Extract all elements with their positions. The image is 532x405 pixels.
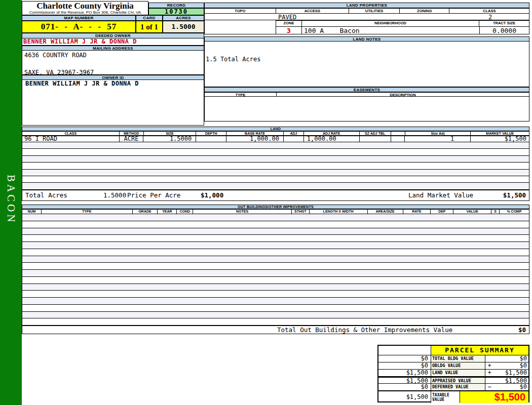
land-notes-title: LAND NOTES	[204, 36, 529, 42]
ob-col-type: TYPE	[42, 210, 133, 214]
acres-value: 1.5000	[163, 21, 204, 33]
ps-row-deferred: $0 DEFERRED VALUE − $0	[378, 384, 528, 391]
land-col-blank	[391, 132, 405, 135]
map-number-value[interactable]: 071- - A- - - 57	[22, 21, 136, 33]
land-properties-values: PAVED 2	[204, 13, 529, 20]
land-size-adj-value: 1	[405, 136, 471, 142]
land-empty-rows	[22, 142, 529, 190]
ps-label-land: LAND VALUE	[431, 370, 485, 376]
ob-col-year: YEAR	[158, 210, 177, 214]
col-class: CLASS	[449, 9, 529, 13]
out-building-empty-row	[22, 298, 529, 305]
card-label: CARD	[136, 15, 163, 21]
land-table-header: CLASS METHOD SIZE DEPTH BASE RATE ADJ AD…	[22, 131, 529, 136]
ps-left-appraised: $1,500	[378, 378, 431, 383]
neighborhood-label: NEIGHBORHOOD	[302, 21, 479, 26]
land-empty-row	[22, 170, 529, 176]
ob-col-grade: GRADE	[133, 210, 158, 214]
ob-col-notes: NOTES	[193, 210, 292, 214]
parcel-summary: PARCEL SUMMARY $0 TOTAL BLDG VALUE $0 $0…	[377, 345, 529, 402]
land-table-row[interactable]: 96 I ROAD ACRE 1.5000 1,000.00 1,000.00 …	[22, 136, 529, 142]
ob-col-length-width: LENGTH X WIDTH	[310, 210, 368, 214]
ps-label-deferred: DEFERRED VALUE	[431, 384, 485, 390]
easements-empty-box	[204, 97, 529, 122]
class-value: 2	[450, 14, 530, 21]
mailing-address-box: 4636 COUNTRY ROAD SAXE, VA 23967-3967	[22, 51, 204, 75]
ps-op-appraised	[485, 378, 493, 383]
land-col-method: METHOD	[120, 132, 144, 135]
price-per-acre-label: Price Per Acre	[127, 190, 180, 200]
out-buildings-total-label: Total Out Buildings & Other Improvements…	[277, 326, 452, 334]
total-acres-label: Total Acres	[25, 190, 67, 200]
zone-value: 3	[276, 27, 302, 34]
ps-row-taxable: $1,500 TAXABLE VALUE $1,500	[378, 391, 528, 403]
land-col-sz-adj-tbl: SZ ADJ TBL	[360, 132, 391, 135]
ps-value-total-bldg: $0	[493, 355, 528, 362]
ob-col-num: NUM	[22, 210, 42, 214]
ps-op-deferred: −	[485, 384, 493, 390]
owner-block-spacer	[22, 87, 204, 126]
land-empty-row	[22, 142, 529, 149]
land-adj-value	[284, 136, 304, 142]
ps-value-taxable: $1,500	[460, 391, 528, 403]
ob-col-dep: DEP	[431, 210, 453, 214]
neighborhood-sidebar-label: BACON	[5, 175, 17, 225]
owner-id-value: BENNER WILLIAM J JR & DONNA D	[22, 80, 204, 88]
land-section-title: LAND	[22, 127, 529, 131]
zone-values-row: 3 100 A Bacon 0.0000	[276, 26, 529, 34]
land-col-class: CLASS	[22, 132, 120, 135]
address-line1: 4636 COUNTRY ROAD	[24, 52, 204, 59]
land-sz-adj-tbl-value	[360, 136, 391, 142]
land-blank-value	[391, 136, 405, 142]
ps-value-deferred: $0	[493, 384, 528, 390]
ps-left-obldg: $0	[378, 362, 431, 369]
land-notes-box[interactable]: 1.5 Total Acres	[204, 42, 529, 87]
neighborhood-value: 100 A Bacon	[302, 27, 479, 34]
ps-value-land: $1,500	[493, 370, 528, 376]
ps-op-obldg: +	[485, 362, 493, 369]
out-buildings-empty-rows	[22, 214, 529, 326]
ps-header-left-cell	[378, 346, 431, 355]
county-header: Charlotte County Virginia Commissioner o…	[22, 1, 148, 15]
land-col-depth: DEPTH	[196, 132, 226, 135]
land-empty-row	[22, 183, 529, 189]
out-buildings-header: NUM TYPE GRADE YEAR COND NOTES STHGT LEN…	[22, 209, 529, 214]
tract-size-label: TRACT SIZE	[479, 21, 529, 26]
ps-label-total-bldg: TOTAL BLDG VALUE	[431, 355, 485, 362]
map-number-label: MAP NUMBER	[22, 15, 136, 21]
ps-value-appraised: $1,500	[493, 378, 528, 383]
ps-row-total-bldg: $0 TOTAL BLDG VALUE $0	[378, 355, 528, 362]
ps-row-obldg: $0 OBLDG VALUE + $0	[378, 362, 528, 370]
ps-op-total-bldg	[485, 355, 493, 362]
land-note-text: 1.5 Total Acres	[206, 56, 260, 63]
land-col-adj-rate: ADJ RATE	[304, 132, 360, 135]
land-properties-title: LAND PROPERTIES	[204, 3, 529, 8]
owner-id-label: OWNER ID	[22, 75, 204, 80]
easements-title: EASEMENTS	[204, 87, 529, 92]
out-building-empty-row	[22, 228, 529, 235]
topo-empty-cell	[204, 20, 276, 34]
deeded-owner-value: BENNER WILLIAM J JR & DONNA D	[22, 38, 204, 46]
parcel-summary-title: PARCEL SUMMARY	[431, 346, 528, 355]
ps-value-obldg: $0	[493, 362, 528, 369]
land-col-market-value: MARKET VALUE	[471, 132, 529, 135]
total-acres-value: 1.5000	[103, 190, 126, 200]
tract-size-value: 0.0000	[479, 27, 529, 34]
out-building-empty-row	[22, 221, 529, 228]
land-properties-header: TOPO ACCESS UTILITIES ZONING CLASS	[204, 8, 529, 13]
record-label: RECORD	[148, 3, 204, 8]
record-value[interactable]: 10730	[148, 8, 204, 15]
land-col-size: SIZE	[144, 132, 197, 135]
ps-left-taxable: $1,500	[378, 391, 431, 403]
land-col-base-rate: BASE RATE	[226, 132, 284, 135]
land-market-value-label: Land Market Value	[408, 190, 473, 200]
land-market-value-total: $1,500	[503, 190, 526, 200]
out-building-empty-row	[22, 318, 529, 326]
land-totals-row: Total Acres 1.5000 Price Per Acre $1,000…	[22, 190, 529, 201]
land-depth-value	[196, 136, 226, 142]
ps-row-appraised: $1,500 APPRAISED VALUE $1,500	[378, 377, 528, 384]
land-empty-row	[22, 156, 529, 163]
ps-label-appraised: APPRAISED VALUE	[431, 378, 485, 383]
card-value[interactable]: 1 of 1	[136, 21, 163, 33]
out-building-empty-row	[22, 270, 529, 277]
